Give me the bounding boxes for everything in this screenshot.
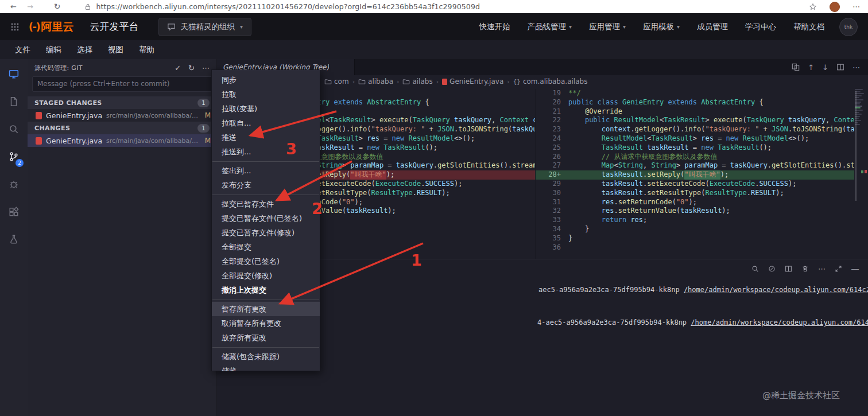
split-editor-icon[interactable] (836, 63, 844, 71)
topnav-link-0[interactable]: 快速开始 (479, 22, 510, 32)
commit-message-input[interactable]: Message (press Ctrl+Enter to commit) (32, 76, 212, 92)
menu-item-3-0[interactable]: 暂存所有更改 (212, 302, 320, 316)
menu-item-4-0[interactable]: 储藏(包含未跟踪) (212, 349, 320, 364)
topnav-link-3[interactable]: 应用模板▾ (643, 22, 680, 32)
code-line-right-28+: 28+ taskResult.setReply("叫我干啥"); (536, 170, 854, 180)
app-launcher-icon[interactable] (10, 22, 20, 32)
org-selector[interactable]: 天猫精灵的组织 ▾ (158, 18, 252, 36)
line-number: 32 (536, 207, 568, 216)
code-token: ( (346, 170, 350, 180)
menu-item-0-3[interactable]: 拉取自... (212, 116, 320, 130)
test-flask-icon[interactable] (0, 226, 28, 253)
menu-item-2-5[interactable]: 全部提交(修改) (212, 269, 320, 283)
menu-item-0-4[interactable]: 推送 (212, 130, 320, 145)
breadcrumb-item-3[interactable]: GenieEntry.java (442, 77, 503, 85)
scm-refresh-icon[interactable]: ↻ (188, 64, 195, 72)
code-token (568, 107, 585, 116)
terminal-text: aec5-a956a9a2e3ca-75df995b94-kk8np (538, 286, 684, 294)
menu-item-2-4[interactable]: 全部提交(已签名) (212, 254, 320, 269)
menu-item-0-0[interactable]: 同步 (212, 73, 320, 87)
terminal-path-link[interactable]: /home/admin/workspace/codeup.aliyun.com/… (684, 286, 868, 294)
menu-item-0-5[interactable]: 推送到... (212, 145, 320, 159)
topnav-link-4[interactable]: 成员管理 (697, 22, 728, 32)
code-token: ; (643, 216, 647, 225)
browser-forward-icon[interactable]: → (27, 0, 33, 13)
menu-item-3-2[interactable]: 放弃所有更改 (212, 331, 320, 345)
next-change-icon[interactable]: ↓ (822, 63, 828, 72)
context-menu: 同步拉取拉取(变基)拉取自...推送推送到...签出到...发布分支提交已暂存文… (211, 69, 320, 371)
menubar-item-4[interactable]: 帮助 (139, 45, 154, 55)
source-control-icon[interactable]: 2 (0, 143, 28, 170)
menu-item-4-1[interactable]: 储藏 (212, 364, 320, 371)
panel-clear-icon[interactable] (768, 265, 776, 273)
menubar-item-2[interactable]: 选择 (77, 45, 92, 55)
file-status-badge: M (205, 111, 211, 119)
panel-search-icon[interactable] (751, 265, 759, 273)
panel-more-icon[interactable]: ⋯ (818, 265, 826, 273)
menu-item-2-6[interactable]: 撤消上次提交 (212, 283, 320, 297)
browser-back-icon[interactable]: ← (10, 0, 17, 13)
code-token: . (421, 180, 425, 189)
code-token (643, 143, 647, 153)
url-text[interactable]: https://workbench.aliyun.com/intersys/20… (96, 2, 480, 11)
scm-group-header-0[interactable]: STAGED CHANGES1 (28, 96, 216, 109)
scm-header: 源代码管理: GIT ✓ ↻ ⋯ (28, 59, 216, 76)
menu-item-3-1[interactable]: 取消暂存所有更改 (212, 316, 320, 331)
scm-group-label: CHANGES (34, 125, 70, 132)
menubar-item-0[interactable]: 文件 (15, 45, 30, 55)
menu-item-1-1[interactable]: 发布分支 (212, 178, 320, 192)
menu-item-2-0[interactable]: 提交已暂存文件 (212, 197, 320, 211)
user-avatar[interactable]: thk (839, 18, 858, 36)
topnav-link-6[interactable]: 帮助文档 (793, 22, 824, 32)
search-icon[interactable] (0, 115, 28, 143)
previous-change-icon[interactable]: ↑ (808, 63, 814, 72)
scm-more-icon[interactable]: ⋯ (202, 64, 210, 72)
scm-file-row-1-0[interactable]: GenieEntry.javasrc/main/java/com/alibaba… (28, 134, 216, 147)
extensions-icon[interactable] (0, 198, 28, 226)
code-token: ResultModel (602, 134, 647, 143)
breadcrumb-item-4[interactable]: {}com.alibaba.ailabs (513, 77, 588, 85)
panel-minimize-icon[interactable]: ― (851, 265, 859, 273)
topnav-link-1[interactable]: 产品线管理▾ (527, 22, 572, 32)
inline-diff-icon[interactable] (792, 63, 800, 71)
scm-file-row-0-0[interactable]: GenieEntry.javasrc/main/java/com/alibaba… (28, 109, 216, 122)
code-token: ResultType (705, 189, 746, 198)
workspace-icon[interactable] (0, 60, 28, 88)
terminal-path-link[interactable]: /home/admin/workspace/codeup.aliyun.com/… (691, 318, 868, 326)
editor-more-icon[interactable]: ⋯ (852, 63, 860, 72)
diff-pane-modified[interactable]: 19**/20public class GenieEntry extends A… (535, 89, 854, 259)
panel-maximize-icon[interactable] (835, 265, 842, 273)
code-token: ); (441, 189, 450, 198)
file-name: GenieEntry.java (46, 111, 102, 120)
breadcrumb-item-0[interactable]: com (324, 77, 349, 85)
menubar-item-3[interactable]: 视图 (108, 45, 123, 55)
browser-avatar[interactable] (830, 2, 840, 12)
commit-check-icon[interactable]: ✓ (175, 64, 181, 72)
panel-split-icon[interactable] (785, 265, 792, 273)
panel-trash-icon[interactable] (801, 265, 809, 273)
explorer-icon[interactable] (0, 88, 28, 115)
breadcrumb-item-2[interactable]: ailabs (402, 77, 432, 85)
code-token: taskResult (346, 207, 388, 216)
bookmark-star-icon[interactable] (809, 3, 817, 11)
menubar-item-1[interactable]: 编辑 (46, 45, 61, 55)
browser-more-icon[interactable]: ⋯ (852, 2, 860, 11)
code-token (568, 161, 602, 170)
menu-item-1-0[interactable]: 签出到... (212, 164, 320, 178)
menu-item-2-3[interactable]: 全部提交 (212, 240, 320, 254)
topnav-link-2[interactable]: 应用管理▾ (589, 22, 626, 32)
aliyun-logo[interactable]: (-) 阿里云 (29, 20, 74, 34)
code-token: GenieEntry (622, 98, 668, 107)
menu-item-2-2[interactable]: 提交已暂存文件(修改) (212, 226, 320, 240)
debug-icon[interactable] (0, 170, 28, 198)
breadcrumb-label: com.alibaba.ailabs (523, 77, 587, 85)
menu-item-0-2[interactable]: 拉取(变基) (212, 102, 320, 116)
scm-group-header-1[interactable]: CHANGES1 (28, 122, 216, 134)
browser-refresh-icon[interactable]: ↻ (54, 0, 61, 13)
breadcrumb-item-1[interactable]: alibaba (358, 77, 393, 85)
menu-item-0-1[interactable]: 拉取 (212, 87, 320, 102)
menu-item-2-1[interactable]: 提交已暂存文件(已签名) (212, 211, 320, 226)
editor-scrollbar[interactable] (855, 91, 857, 201)
page-security-icon[interactable] (84, 3, 92, 11)
topnav-link-5[interactable]: 学习中心 (745, 22, 776, 32)
